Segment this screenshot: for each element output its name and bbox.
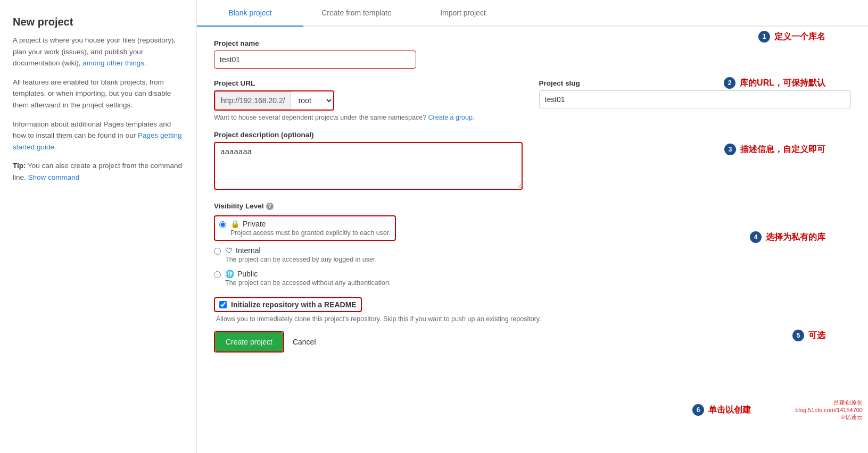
sidebar-para1: A project is where you house your files …: [13, 35, 184, 69]
readme-highlight: Initialize repository with a README: [214, 297, 362, 312]
visibility-private-option: 🔒 Private Project access must be granted…: [219, 220, 391, 237]
description-group: Project description (optional) aaaaaaa: [214, 131, 851, 191]
create-project-button[interactable]: Create project: [215, 332, 283, 351]
tab-create-from-template[interactable]: Create from template: [303, 0, 410, 27]
readme-label: Initialize repository with a README: [231, 300, 357, 309]
annotation-6-circle: 6: [692, 404, 704, 416]
project-name-group: Project name: [214, 39, 851, 69]
sidebar-para2: All features are enabled for blank proje…: [13, 77, 184, 111]
visibility-public-option: 🌐 Public The project can be accessed wit…: [214, 270, 851, 287]
visibility-internal-desc: The project can be accessed by any logge…: [225, 256, 377, 263]
project-name-label: Project name: [214, 39, 851, 47]
project-name-input[interactable]: [214, 51, 416, 69]
visibility-group: Visibility Level ? 🔒 Private Project acc…: [214, 202, 851, 287]
visibility-private-label: Private: [243, 220, 266, 228]
group-hint: Want to house several dependent projects…: [214, 114, 851, 121]
globe-icon: 🌐: [225, 270, 234, 278]
project-url-label: Project URL: [214, 79, 526, 87]
visibility-public-radio[interactable]: [214, 271, 221, 278]
project-slug-input[interactable]: [539, 90, 852, 108]
visibility-private-radio[interactable]: [219, 221, 226, 228]
readme-section: Initialize repository with a README Allo…: [214, 297, 851, 323]
visibility-help-icon[interactable]: ?: [266, 203, 274, 210]
form-area: 1 定义一个库名 Project name 2 库的URL，可保持默认 Proj…: [197, 27, 868, 453]
visibility-internal-option: 🛡 Internal The project can be accessed b…: [214, 246, 851, 263]
main-content: Blank project Create from template Impor…: [197, 0, 868, 453]
shield-icon: 🛡: [225, 246, 233, 255]
sidebar-link-other-things[interactable]: among other things.: [82, 59, 146, 67]
sidebar-tip: Tip: You can also create a project from …: [13, 160, 184, 183]
visibility-private-desc: Project access must be granted explicitl…: [230, 229, 391, 237]
visibility-internal-radio[interactable]: [214, 248, 221, 255]
url-slug-row: Project URL http://192.168.20.2/ root Pr…: [214, 79, 851, 111]
description-label: Project description (optional): [214, 131, 851, 139]
visibility-private-highlight: 🔒 Private Project access must be granted…: [214, 215, 396, 241]
description-input[interactable]: aaaaaaa: [214, 142, 523, 190]
url-col: Project URL http://192.168.20.2/ root: [214, 79, 526, 111]
visibility-internal-label: Internal: [236, 246, 261, 255]
page-title: New project: [13, 16, 184, 28]
tab-bar: Blank project Create from template Impor…: [197, 0, 868, 27]
cancel-button[interactable]: Cancel: [293, 338, 316, 346]
sidebar: New project A project is where you house…: [0, 0, 197, 453]
sidebar-para3: Information about additional Pages templ…: [13, 119, 184, 153]
slug-col: Project slug: [539, 79, 852, 108]
project-slug-label: Project slug: [539, 79, 852, 87]
visibility-public-desc: The project can be accessed without any …: [225, 279, 391, 287]
tab-blank-project[interactable]: Blank project: [197, 0, 303, 27]
create-button-wrap: Create project: [214, 331, 284, 353]
action-row: Create project Cancel: [214, 331, 851, 353]
sidebar-link-show-command[interactable]: Show command: [28, 173, 80, 181]
tab-import-project[interactable]: Import project: [410, 0, 516, 27]
lock-icon: 🔒: [230, 220, 239, 228]
visibility-label: Visibility Level: [214, 202, 264, 210]
readme-description: Allows you to immediately clone this pro…: [216, 315, 851, 323]
visibility-public-label: Public: [237, 270, 258, 278]
annotation-6-text: 单击以创建: [708, 405, 751, 416]
project-url-base: http://192.168.20.2/: [215, 91, 291, 110]
project-url-namespace-select[interactable]: root: [291, 91, 333, 110]
readme-checkbox[interactable]: [219, 301, 227, 308]
create-group-link[interactable]: Create a group.: [428, 114, 475, 121]
